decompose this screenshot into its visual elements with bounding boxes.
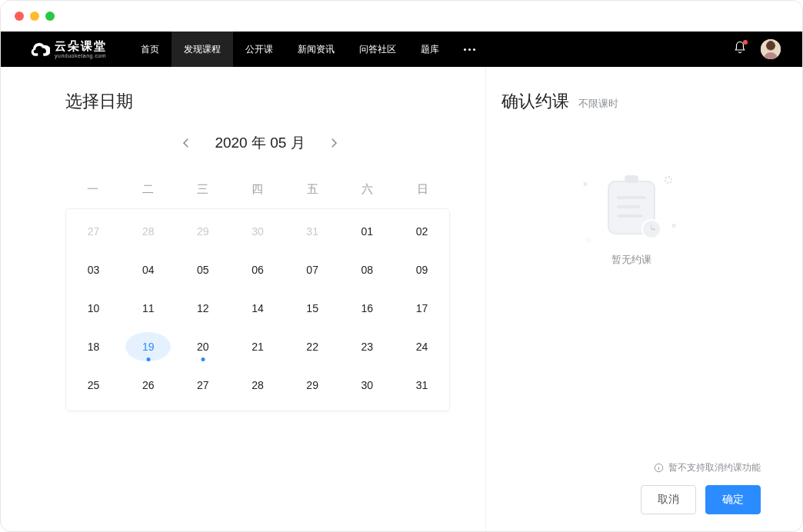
calendar-day[interactable]: 04 — [121, 251, 175, 289]
calendar-week-row: 18192021222324 — [66, 328, 449, 366]
weekday-cell: 二 — [120, 170, 175, 208]
weekday-cell: 五 — [285, 170, 340, 208]
calendar-day[interactable]: 07 — [285, 251, 340, 289]
nav-items: 首页发现课程公开课新闻资讯问答社区题库 — [128, 32, 451, 67]
calendar-day[interactable]: 24 — [395, 328, 449, 366]
date-panel-title: 选择日期 — [65, 90, 485, 113]
calendar-day: 29 — [175, 212, 230, 251]
calendar-day: 27 — [66, 212, 121, 251]
booking-panel: 确认约课 不限课时 × × 暂无约课 — [485, 67, 802, 532]
calendar-day[interactable]: 17 — [395, 289, 449, 328]
calendar-day: 30 — [230, 212, 285, 251]
cloud-c-icon — [28, 38, 50, 60]
calendar-day[interactable]: 27 — [175, 366, 230, 404]
notifications-button[interactable] — [733, 41, 747, 58]
calendar-day[interactable]: 01 — [340, 212, 395, 251]
month-label: 2020 年 05 月 — [215, 133, 305, 153]
nav-item-news[interactable]: 新闻资讯 — [285, 32, 347, 67]
calendar-week-row: 10111214151617 — [66, 289, 449, 328]
titlebar — [1, 1, 802, 32]
window-zoom-dot[interactable] — [45, 12, 55, 21]
weekday-cell: 四 — [230, 170, 285, 208]
logo-subtext: yunduoketang.com — [55, 53, 107, 58]
cancel-unsupported-notice: 暂不支持取消约课功能 — [654, 461, 761, 474]
app-window: 云朵课堂 yunduoketang.com 首页发现课程公开课新闻资讯问答社区题… — [0, 0, 803, 532]
content: 选择日期 2020 年 05 月 一二三四五六日 272829303101020… — [1, 67, 802, 532]
info-icon — [654, 463, 664, 473]
calendar-day[interactable]: 15 — [285, 289, 340, 328]
next-month-button[interactable] — [327, 136, 341, 150]
nav-item-discover[interactable]: 发现课程 — [172, 32, 233, 67]
weekday-cell: 一 — [65, 170, 120, 208]
calendar-day[interactable]: 25 — [66, 366, 121, 404]
calendar: 一二三四五六日 27282930310102030405060708091011… — [65, 170, 450, 411]
event-dot — [146, 357, 150, 361]
calendar-body: 2728293031010203040506070809101112141516… — [65, 208, 450, 411]
empty-booking-text: 暂无约课 — [611, 253, 651, 267]
avatar[interactable] — [761, 39, 781, 59]
notice-text: 暂不支持取消约课功能 — [668, 461, 761, 474]
calendar-day[interactable]: 20 — [175, 328, 230, 366]
window-close-dot[interactable] — [15, 12, 24, 21]
calendar-day[interactable]: 06 — [230, 251, 285, 289]
month-switch: 2020 年 05 月 — [35, 133, 485, 153]
date-panel: 选择日期 2020 年 05 月 一二三四五六日 272829303101020… — [1, 67, 485, 532]
nav-item-home[interactable]: 首页 — [128, 32, 172, 67]
calendar-day[interactable]: 16 — [340, 289, 395, 328]
cancel-button[interactable]: 取消 — [641, 485, 696, 514]
weekday-cell: 日 — [395, 170, 450, 208]
calendar-weekday-row: 一二三四五六日 — [65, 170, 450, 208]
empty-booking-icon: × × — [597, 173, 666, 242]
calendar-week-row: 03040506070809 — [66, 251, 449, 289]
calendar-day[interactable]: 22 — [285, 328, 340, 366]
calendar-day[interactable]: 26 — [121, 366, 175, 404]
event-dot — [201, 357, 205, 361]
calendar-day[interactable]: 30 — [340, 366, 395, 404]
calendar-week-row: 25262728293031 — [66, 366, 449, 404]
calendar-day[interactable]: 23 — [340, 328, 395, 366]
nav-item-bank[interactable]: 题库 — [408, 32, 451, 67]
logo[interactable]: 云朵课堂 yunduoketang.com — [28, 38, 107, 60]
calendar-day[interactable]: 19 — [121, 328, 175, 366]
window-minimize-dot[interactable] — [30, 12, 39, 21]
empty-booking-state: × × 暂无约课 — [501, 173, 761, 267]
calendar-day[interactable]: 18 — [66, 328, 121, 366]
prev-month-button[interactable] — [179, 136, 193, 150]
top-nav: 云朵课堂 yunduoketang.com 首页发现课程公开课新闻资讯问答社区题… — [1, 32, 802, 67]
nav-item-open[interactable]: 公开课 — [233, 32, 285, 67]
calendar-day[interactable]: 11 — [121, 289, 175, 328]
calendar-day[interactable]: 29 — [285, 366, 340, 404]
calendar-day[interactable]: 31 — [395, 366, 449, 404]
calendar-day[interactable]: 03 — [66, 251, 121, 289]
booking-subtitle: 不限课时 — [578, 97, 618, 111]
confirm-button[interactable]: 确定 — [705, 485, 761, 514]
calendar-day[interactable]: 12 — [175, 289, 230, 328]
calendar-day[interactable]: 10 — [66, 289, 121, 328]
weekday-cell: 三 — [175, 170, 230, 208]
calendar-day[interactable]: 02 — [395, 212, 449, 251]
logo-text: 云朵课堂 — [55, 40, 107, 52]
nav-more[interactable] — [451, 48, 487, 51]
calendar-day[interactable]: 09 — [395, 251, 449, 289]
calendar-day: 31 — [285, 212, 340, 251]
calendar-day[interactable]: 14 — [230, 289, 285, 328]
nav-item-qa[interactable]: 问答社区 — [347, 32, 408, 67]
notification-dot — [743, 40, 748, 45]
calendar-week-row: 27282930310102 — [66, 212, 449, 251]
booking-title: 确认约课 — [501, 90, 569, 113]
avatar-image — [761, 39, 781, 59]
weekday-cell: 六 — [340, 170, 395, 208]
calendar-day: 28 — [121, 212, 175, 251]
calendar-day[interactable]: 05 — [175, 251, 230, 289]
calendar-day[interactable]: 21 — [230, 328, 285, 366]
calendar-day[interactable]: 28 — [230, 366, 285, 404]
calendar-day[interactable]: 08 — [340, 251, 395, 289]
